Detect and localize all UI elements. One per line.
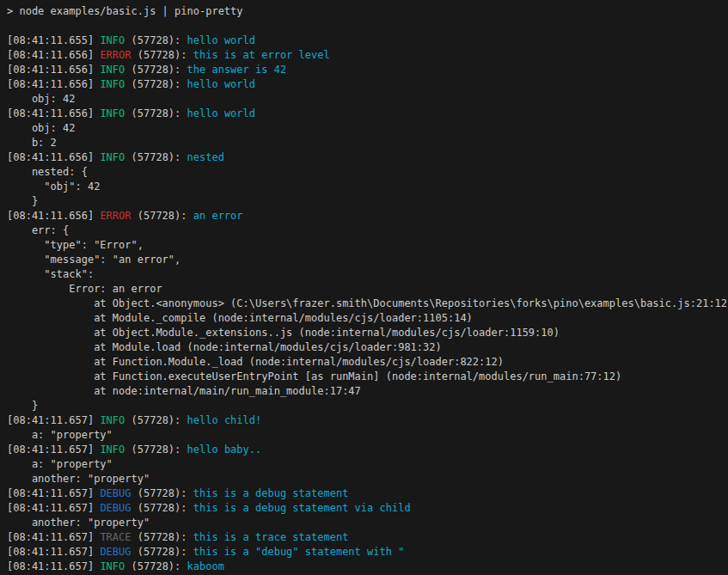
terminal-line: a: "property": [7, 428, 728, 443]
terminal-line: [08:41:11.656] ERROR (57728): this is at…: [7, 48, 728, 63]
terminal-line: a: "property": [7, 457, 728, 472]
log-segment: (57728):: [125, 78, 187, 90]
terminal-line: [08:41:11.657] DEBUG (57728): this is a …: [7, 545, 728, 560]
log-segment: a: "property": [7, 458, 113, 470]
log-segment: at Function.Module._load (node:internal/…: [7, 356, 504, 368]
terminal-line: }: [7, 194, 728, 209]
log-segment: "stack":: [7, 268, 94, 280]
terminal-line: [08:41:11.656] INFO (57728): the answer …: [7, 63, 728, 77]
log-segment: (57728):: [125, 107, 187, 119]
terminal-line: }: [7, 399, 728, 413]
log-segment: "obj": 42: [7, 180, 100, 193]
log-segment: INFO: [100, 107, 125, 119]
log-segment: (57728):: [125, 443, 187, 456]
terminal[interactable]: > node examples/basic.js | pino-pretty […: [0, 0, 728, 575]
log-segment: nested: {: [7, 166, 88, 178]
terminal-line: "type": "Error",: [7, 238, 728, 253]
log-segment: at Module.load (node:internal/modules/cj…: [7, 341, 442, 353]
log-segment: DEBUG: [100, 546, 131, 558]
log-segment: (57728):: [125, 560, 187, 572]
log-segment: "type": "Error",: [7, 239, 144, 251]
log-segment: [08:41:11.656]: [7, 151, 100, 163]
log-segment: (57728):: [132, 210, 193, 222]
log-segment: this is a trace statement: [193, 531, 349, 543]
log-segment: at Function.executeUserEntryPoint [as ru…: [7, 370, 621, 382]
terminal-line: obj: 42: [7, 121, 728, 136]
log-segment: [08:41:11.657]: [7, 560, 100, 572]
log-segment: err: {: [7, 224, 69, 236]
log-segment: obj: 42: [7, 93, 75, 105]
log-segment: INFO: [100, 560, 125, 572]
terminal-line: [08:41:11.657] TRACE (57728): this is a …: [7, 530, 728, 545]
log-segment: [08:41:11.656]: [7, 49, 100, 61]
log-segment: (57728):: [125, 414, 187, 426]
log-segment: INFO: [100, 151, 125, 163]
terminal-line: > node examples/basic.js | pino-pretty: [7, 4, 728, 19]
log-segment: the answer is 42: [187, 64, 287, 76]
log-segment: DEBUG: [100, 502, 131, 514]
terminal-line: [08:41:11.656] INFO (57728): hello world: [7, 107, 728, 121]
terminal-line: [7, 19, 728, 34]
log-segment: (57728):: [132, 49, 193, 61]
log-segment: INFO: [100, 34, 125, 46]
log-segment: }: [7, 195, 38, 207]
log-segment: INFO: [100, 78, 125, 90]
log-segment: obj: 42: [7, 122, 75, 134]
log-segment: TRACE: [100, 531, 131, 543]
log-segment: [08:41:11.656]: [7, 64, 100, 76]
log-segment: INFO: [100, 443, 125, 456]
terminal-line: b: 2: [7, 136, 728, 150]
terminal-line: [08:41:11.656] INFO (57728): hello world: [7, 77, 728, 92]
log-segment: another: "property": [7, 473, 150, 485]
terminal-line: at Module._compile (node:internal/module…: [7, 311, 728, 326]
log-segment: (57728):: [132, 531, 193, 543]
log-segment: another: "property": [7, 517, 150, 529]
log-segment: INFO: [100, 414, 125, 426]
terminal-line: [08:41:11.656] ERROR (57728): an error: [7, 209, 728, 223]
terminal-line: "message": "an error",: [7, 253, 728, 267]
terminal-line: [08:41:11.657] INFO (57728): hello baby.…: [7, 443, 728, 457]
log-segment: > node examples/basic.js | pino-pretty: [7, 5, 243, 17]
log-segment: [08:41:11.657]: [7, 487, 100, 499]
terminal-line: at node:internal/main/run_main_module:17…: [7, 384, 728, 399]
terminal-line: obj: 42: [7, 92, 728, 107]
log-segment: (57728):: [125, 151, 187, 163]
log-segment: an error: [193, 210, 243, 222]
log-segment: at Object.<anonymous> (C:\Users\frazer.s…: [7, 297, 728, 309]
log-segment: [08:41:11.656]: [7, 210, 100, 222]
log-segment: (57728):: [132, 502, 193, 514]
terminal-line: another: "property": [7, 472, 728, 486]
log-segment: [08:41:11.655]: [7, 34, 100, 46]
log-segment: [08:41:11.656]: [7, 78, 100, 90]
log-segment: DEBUG: [100, 487, 131, 499]
log-segment: (57728):: [132, 487, 193, 499]
terminal-line: [08:41:11.657] INFO (57728): kaboom: [7, 560, 728, 574]
log-segment: this is a debug statement via child: [193, 502, 411, 514]
log-segment: hello world: [187, 78, 255, 90]
log-segment: INFO: [100, 64, 125, 76]
log-segment: [08:41:11.657]: [7, 531, 100, 543]
terminal-line: [08:41:11.657] DEBUG (57728): this is a …: [7, 486, 728, 501]
log-segment: [08:41:11.657]: [7, 414, 100, 426]
terminal-line: at Object.<anonymous> (C:\Users\frazer.s…: [7, 297, 728, 311]
log-segment: at node:internal/main/run_main_module:17…: [7, 385, 361, 397]
log-segment: [08:41:11.657]: [7, 502, 100, 514]
log-segment: kaboom: [187, 560, 224, 572]
log-segment: a: "property": [7, 429, 113, 441]
terminal-line: at Function.executeUserEntryPoint [as ru…: [7, 370, 728, 384]
log-segment: hello baby..: [187, 443, 262, 456]
log-segment: "message": "an error",: [7, 254, 180, 266]
terminal-line: "stack":: [7, 267, 728, 282]
terminal-line: "obj": 42: [7, 180, 728, 194]
terminal-line: at Object.Module._extensions..js (node:i…: [7, 326, 728, 340]
log-segment: b: 2: [7, 137, 57, 149]
log-segment: hello child!: [187, 414, 262, 426]
terminal-line: [08:41:11.657] DEBUG (57728): this is a …: [7, 501, 728, 516]
log-segment: }: [7, 400, 38, 412]
log-segment: hello world: [187, 34, 255, 46]
log-segment: hello world: [187, 107, 255, 119]
terminal-line: nested: {: [7, 165, 728, 180]
terminal-line: [08:41:11.655] INFO (57728): hello world: [7, 34, 728, 48]
log-segment: [08:41:11.657]: [7, 443, 100, 456]
terminal-line: Error: an error: [7, 282, 728, 297]
